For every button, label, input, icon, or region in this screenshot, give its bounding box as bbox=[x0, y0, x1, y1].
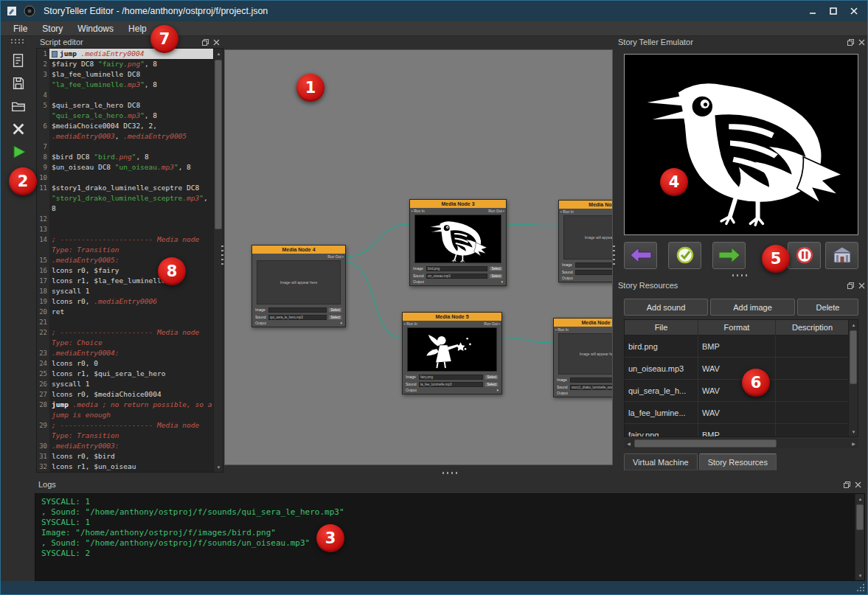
splitter-handle[interactable] bbox=[442, 472, 459, 474]
table-row[interactable]: un_oiseau.mp3WAV bbox=[625, 358, 850, 380]
code-line[interactable]: 24lcons r0, 0 bbox=[37, 358, 213, 369]
ok-button[interactable] bbox=[668, 242, 701, 269]
scroll-thumb[interactable] bbox=[634, 439, 777, 448]
scroll-up-icon[interactable]: ▲ bbox=[855, 494, 865, 504]
close-panel-icon[interactable] bbox=[858, 282, 866, 290]
new-script-button[interactable] bbox=[4, 49, 33, 72]
code-line[interactable]: "qui_sera_le_hero.mp3", 8 bbox=[37, 111, 213, 121]
scroll-up-icon[interactable]: ▲ bbox=[849, 320, 858, 330]
code-line[interactable]: 6$mediaChoice0004 DC32, 2, bbox=[37, 121, 213, 131]
code-line[interactable]: 8 bbox=[37, 203, 213, 214]
node-sound-select-button[interactable]: Select bbox=[489, 274, 503, 279]
code-line[interactable]: 8$bird DC8 "bird.png", 8 bbox=[37, 152, 213, 162]
log-output[interactable]: SYSCALL: 1, Sound: "/home/anthony/ostpro… bbox=[35, 493, 865, 581]
node-options-icon[interactable]: ▾ bbox=[340, 321, 342, 325]
code-line[interactable]: 19lcons r0, .mediaEntry0006 bbox=[37, 296, 213, 307]
close-panel-icon[interactable] bbox=[212, 38, 221, 46]
float-panel-icon[interactable] bbox=[843, 481, 851, 489]
code-editor[interactable]: 1jump .mediaEntry00042$fairy DC8 "fairy.… bbox=[36, 48, 223, 473]
toolbar-drag-handle[interactable] bbox=[11, 39, 26, 44]
table-hscrollbar[interactable]: ◀ ▶ bbox=[624, 439, 858, 448]
code-line[interactable]: 7 bbox=[37, 142, 213, 152]
add-image-button[interactable]: Add image bbox=[710, 299, 795, 316]
code-line[interactable]: 22; ---------------------- Media node bbox=[37, 327, 213, 338]
menu-story[interactable]: Story bbox=[35, 23, 69, 35]
scroll-left-icon[interactable]: ◀ bbox=[624, 439, 633, 448]
code-line[interactable]: 5$qui_sera_le_hero DC8 bbox=[37, 100, 213, 111]
code-line[interactable]: 18syscall 1 bbox=[37, 286, 213, 296]
code-line[interactable]: 17lcons r1, $la_fee_luminelle bbox=[37, 276, 213, 286]
column-header-format[interactable]: Format bbox=[698, 320, 776, 335]
splitter-handle[interactable] bbox=[613, 246, 615, 265]
maximize-button[interactable] bbox=[824, 4, 842, 18]
graph-node[interactable]: Media Node 4Run Out ▪Image will appear h… bbox=[251, 245, 346, 327]
back-button[interactable] bbox=[624, 242, 657, 269]
table-row[interactable]: la_fee_lumine...WAV bbox=[625, 402, 850, 424]
code-line[interactable]: 14; ---------------------- Media node bbox=[37, 234, 213, 245]
float-panel-icon[interactable] bbox=[847, 38, 855, 46]
float-panel-icon[interactable] bbox=[201, 38, 209, 46]
node-title[interactable]: Media Node 6 bbox=[554, 319, 613, 327]
next-button[interactable] bbox=[712, 242, 746, 269]
code-line[interactable]: 4 bbox=[37, 90, 213, 100]
tab-story-resources[interactable]: Story Resources bbox=[699, 453, 777, 470]
code-line[interactable]: 10 bbox=[37, 173, 213, 183]
float-panel-icon[interactable] bbox=[847, 282, 855, 290]
code-line[interactable]: 21 bbox=[37, 317, 213, 327]
table-row[interactable]: qui_sera_le_h...WAV bbox=[625, 380, 850, 402]
code-line[interactable]: "la_fee_luminelle.mp3", 8 bbox=[37, 80, 213, 90]
graph-node[interactable]: Media Node 6▪ Run InImage will appear he… bbox=[553, 318, 613, 397]
code-line[interactable]: 28jump .media ; no return possible, so a bbox=[37, 400, 213, 410]
code-line[interactable]: 12 bbox=[37, 214, 213, 224]
add-sound-button[interactable]: Add sound bbox=[624, 299, 708, 316]
node-image-select-button[interactable]: Select bbox=[489, 266, 503, 271]
column-header-description[interactable]: Description bbox=[776, 320, 850, 335]
table-scrollbar[interactable]: ▲ ▼ bbox=[848, 320, 858, 436]
scroll-thumb[interactable] bbox=[215, 60, 222, 229]
code-line[interactable]: Type: Transition bbox=[37, 431, 213, 441]
pause-button[interactable] bbox=[788, 242, 821, 269]
close-button[interactable] bbox=[845, 4, 863, 18]
code-line[interactable]: Type: Choice bbox=[37, 338, 213, 348]
resources-table[interactable]: FileFormatDescription bird.pngBMPun_oise… bbox=[624, 319, 858, 437]
run-out-port[interactable]: Run Out ▪ bbox=[488, 209, 504, 213]
node-sound-select-button[interactable]: Select bbox=[328, 315, 342, 320]
code-line[interactable]: 13 bbox=[37, 224, 213, 234]
close-panel-icon[interactable] bbox=[858, 38, 866, 46]
node-options-icon[interactable]: ▾ bbox=[496, 388, 499, 392]
code-line[interactable]: 16lcons r0, $fairy bbox=[37, 265, 213, 276]
run-out-port[interactable]: Run Out ▪ bbox=[484, 321, 500, 326]
menu-file[interactable]: File bbox=[7, 23, 34, 35]
code-line[interactable]: 27lcons r0, $mediaChoice0004 bbox=[37, 389, 213, 400]
minimize-button[interactable] bbox=[804, 4, 822, 18]
code-line[interactable]: 9$un_oiseau DC8 "un_oiseau.mp3", 8 bbox=[37, 162, 213, 173]
node-sound-select-button[interactable]: Select bbox=[485, 382, 499, 387]
menu-help[interactable]: Help bbox=[122, 23, 153, 35]
code-line[interactable]: 20ret bbox=[37, 307, 213, 317]
scroll-down-icon[interactable]: ▼ bbox=[214, 462, 223, 472]
run-button[interactable] bbox=[4, 140, 33, 163]
node-title[interactable]: Media Node bbox=[559, 201, 613, 209]
graph-node[interactable]: Media Node▪ Run InImage will appear here… bbox=[558, 200, 613, 282]
scroll-down-icon[interactable]: ▼ bbox=[849, 427, 858, 436]
node-title[interactable]: Media Node 5 bbox=[403, 313, 501, 321]
run-in-port[interactable]: ▪ Run In bbox=[555, 327, 569, 332]
code-line[interactable]: 23.mediaEntry0004: bbox=[37, 348, 213, 358]
splitter-handle[interactable] bbox=[221, 246, 223, 265]
code-line[interactable]: "story1_drako_luminelle_sceptre.mp3", bbox=[37, 193, 213, 203]
run-in-port[interactable]: ▪ Run In bbox=[560, 209, 574, 214]
table-row[interactable]: bird.pngBMP bbox=[625, 335, 850, 358]
scroll-thumb[interactable] bbox=[856, 504, 864, 530]
save-button[interactable] bbox=[4, 72, 33, 94]
graph-node[interactable]: Media Node 5▪ Run InRun Out ▪Imagefairy.… bbox=[402, 312, 502, 394]
open-folder-button[interactable] bbox=[4, 94, 33, 117]
node-image-select-button[interactable]: Select bbox=[485, 375, 499, 380]
close-project-button[interactable] bbox=[4, 117, 33, 140]
run-in-port[interactable]: ▪ Run In bbox=[404, 321, 417, 326]
resize-grip-icon[interactable] bbox=[856, 583, 865, 592]
scroll-down-icon[interactable]: ▼ bbox=[855, 571, 865, 580]
home-button[interactable] bbox=[825, 242, 858, 269]
title-bar[interactable]: StoryTeller Editor - /home/anthony/ostpr… bbox=[1, 1, 867, 21]
code-line[interactable]: 11$story1_drako_luminelle_sceptre DC8 bbox=[37, 183, 213, 193]
code-line[interactable]: .mediaEntry0003, .mediaEntry0005 bbox=[37, 131, 213, 142]
